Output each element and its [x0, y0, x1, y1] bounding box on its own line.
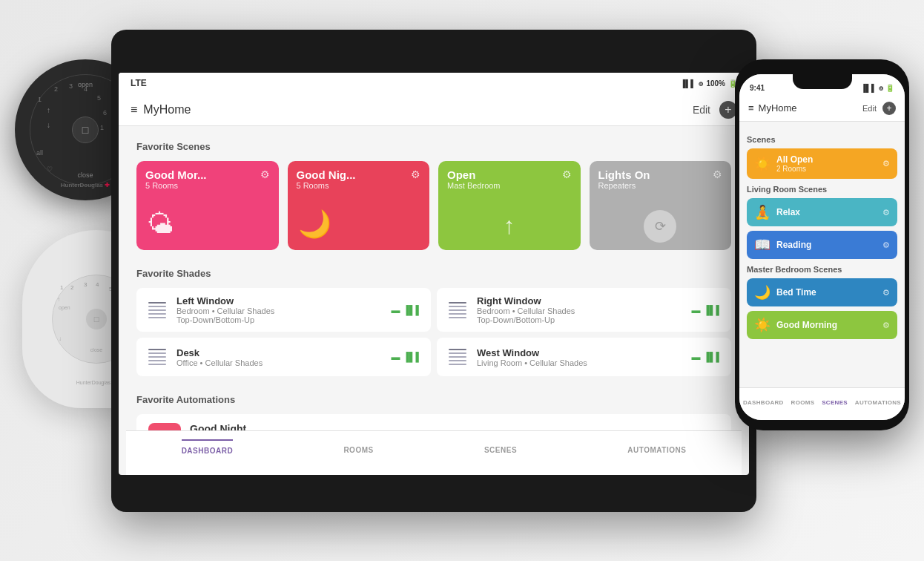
shade-status-leftwindow: ▬ ▐▌▌ [391, 305, 422, 315]
light-label-open: open [59, 305, 70, 310]
tablet-status-bar: LTE ▐▌▌ ⌾ 100% 🔋 [119, 73, 749, 94]
phone-nav-rooms[interactable]: ROOMS [791, 399, 815, 406]
remote-center-btn[interactable]: □ [72, 117, 99, 143]
phone-wifi-icon: ⌾ [879, 84, 883, 92]
remote-num-3: 3 [69, 82, 73, 90]
shade-icon-desk [145, 345, 169, 369]
tablet-bottom-nav: DASHBOARD ROOMS SCENES AUTOMATIONS [126, 430, 742, 475]
scene-card-goodnight[interactable]: Good Nig... 5 Rooms ⚙ 🌙 [288, 161, 430, 250]
shade-item-desk[interactable]: Desk Office • Cellular Shades ▬ ▐▌▌ [136, 338, 431, 376]
shade-item-westwindow[interactable]: West Window Living Room • Cellular Shade… [437, 338, 731, 376]
remote-label-all: all [36, 149, 43, 157]
phone-scene-reading[interactable]: 📖 Reading ⚙ [747, 231, 897, 259]
automation-name: Good Night [190, 423, 678, 430]
automation-icon-box: 🌙 [148, 423, 181, 430]
shade-detail1-desk: Office • Cellular Shades [176, 358, 383, 367]
repeater-icon: ⟳ [655, 218, 666, 234]
phone-automations-label: AUTOMATIONS [855, 399, 901, 406]
scene-goodnight-title: Good Nig... [297, 168, 356, 181]
shade-item-leftwindow[interactable]: Left Window Bedroom • Cellular Shades To… [136, 288, 431, 332]
tablet-nav-scenes[interactable]: SCENES [484, 446, 517, 454]
phone-rooms-label: ROOMS [791, 399, 815, 406]
phone-scene-goodmorning[interactable]: ☀️ Good Morning ⚙ [747, 311, 897, 339]
scene-lightson-gear-icon[interactable]: ⚙ [713, 168, 722, 180]
phone-hamburger-icon: ≡ [748, 102, 754, 114]
remote-label-open: open [78, 81, 93, 88]
phone-scene-bedtime[interactable]: 🌙 Bed Time ⚙ [747, 278, 897, 306]
phone-allopen-gear-icon[interactable]: ⚙ [882, 159, 890, 168]
phone-bedtime-gear-icon[interactable]: ⚙ [882, 288, 890, 298]
light-label-close: close [90, 347, 102, 352]
phone-reading-gear-icon[interactable]: ⚙ [882, 240, 890, 250]
phone-livingroom-title: Living Room Scenes [747, 185, 897, 194]
scene-lightson-title: Lights On [598, 168, 650, 181]
signal-icon-3: ▐▌▌ [403, 352, 422, 362]
plus-icon: + [725, 104, 731, 116]
phone-nav-automations[interactable]: AUTOMATIONS [855, 399, 901, 406]
tablet-nav-rooms[interactable]: ROOMS [343, 446, 373, 454]
phone-scene-relax[interactable]: 🧘 Relax ⚙ [747, 198, 897, 226]
phone-edit-button[interactable]: Edit [862, 104, 877, 113]
scenes-grid: Good Mor... 5 Rooms ⚙ 🌤 Good Nig... 5 Ro… [136, 161, 731, 250]
battery-icon-2: ▬ [691, 305, 700, 315]
main-container: 2 3 4 5 6 1 open □ 1 ↑ ↓ ♡ close all Hun… [0, 0, 924, 561]
remote-num-1-r: 1 [100, 124, 104, 131]
scene-card-open[interactable]: Open Mast Bedroom ⚙ ↑ [438, 161, 581, 250]
phone-masterbedroom-title: Master Bedroom Scenes [747, 265, 897, 274]
phone-time: 9:41 [750, 84, 765, 92]
automations-label: AUTOMATIONS [627, 446, 686, 454]
phone-add-button[interactable]: + [882, 102, 896, 115]
light-num-3: 3 [84, 281, 87, 288]
phone-nav-scenes[interactable]: SCENES [822, 399, 848, 406]
phone-allopen-name: All Open [776, 154, 877, 165]
shade-detail2-rightwindow: Top-Down/Bottom-Up [477, 315, 684, 324]
tablet-nav-automations[interactable]: AUTOMATIONS [627, 446, 686, 454]
scene-open-gear-icon[interactable]: ⚙ [562, 168, 572, 180]
shade-detail1-westwindow: Living Room • Cellular Shades [477, 358, 684, 367]
tablet-nav-menu[interactable]: ≡ MyHome [131, 103, 191, 117]
remote-square-icon: □ [82, 124, 88, 136]
phone-scene-allopen[interactable]: ☀️ All Open 2 Rooms ⚙ [747, 148, 897, 179]
phone-goodmorning-icon: ☀️ [754, 317, 770, 333]
shade-detail1-rightwindow: Bedroom • Cellular Shades [477, 306, 684, 315]
phone-goodmorning-gear-icon[interactable]: ⚙ [882, 321, 890, 330]
scene-goodmorning-icon: 🌤 [147, 209, 174, 240]
scene-lightson-icon: ⟳ [644, 210, 676, 243]
scene-card-goodmorning[interactable]: Good Mor... 5 Rooms ⚙ 🌤 [136, 161, 279, 250]
tablet-nav-dashboard[interactable]: DASHBOARD [182, 439, 234, 455]
remote-dark-brand: HunterDouglas ✚ [61, 182, 110, 188]
light-square-icon: □ [94, 315, 99, 324]
signal-icon-2: ▐▌▌ [703, 305, 722, 315]
phone-content: Scenes ☀️ All Open 2 Rooms ⚙ Living Room… [739, 122, 905, 387]
scene-card-lightson[interactable]: Lights On Repeaters ⚙ ⟳ [590, 161, 732, 250]
light-down-arrow: ↓ [59, 335, 62, 342]
scene-goodnight-icon: 🌙 [298, 209, 331, 240]
shade-icon-westwindow [446, 345, 469, 369]
automation-goodnight[interactable]: 🌙 Good Night 8:00 pm Weekdays [136, 414, 731, 430]
scene-card-header-4: Lights On Repeaters ⚙ [598, 168, 723, 190]
tablet-edit-button[interactable]: Edit [693, 104, 710, 116]
shade-name-rightwindow: Right Window [477, 295, 684, 306]
scene-open-title: Open [447, 168, 501, 181]
phone-relax-icon: 🧘 [754, 204, 770, 220]
scene-goodmorning-title: Good Mor... [145, 168, 207, 181]
phone-relax-info: Relax [776, 207, 877, 217]
phone-scenes-label: SCENES [822, 399, 848, 406]
shade-item-rightwindow[interactable]: Right Window Bedroom • Cellular Shades T… [437, 288, 731, 332]
scene-card-header-2: Good Nig... 5 Rooms ⚙ [297, 168, 421, 190]
phone-nav-menu[interactable]: ≡ MyHome [748, 102, 797, 114]
light-center-btn[interactable]: □ [86, 309, 107, 329]
shade-detail1-leftwindow: Bedroom • Cellular Shades [176, 306, 383, 315]
scene-card-header-1: Good Mor... 5 Rooms ⚙ [145, 168, 270, 190]
scene-goodmorning-gear-icon[interactable]: ⚙ [260, 168, 270, 180]
scenes-label: SCENES [484, 446, 517, 454]
phone-nav-dashboard[interactable]: DASHBOARD [743, 399, 784, 406]
shade-name-desk: Desk [176, 347, 383, 358]
scene-goodnight-gear-icon[interactable]: ⚙ [411, 168, 420, 180]
phone-relax-gear-icon[interactable]: ⚙ [882, 208, 890, 217]
scene-open-icon: ↑ [504, 212, 515, 240]
favorite-scenes-title: Favorite Scenes [136, 141, 731, 152]
phone-device: 9:41 ▐▌▌ ⌾ 🔋 ≡ MyHome Edit + [735, 59, 909, 430]
dashboard-label: DASHBOARD [182, 447, 234, 455]
remote-num-1: 1 [38, 96, 42, 103]
